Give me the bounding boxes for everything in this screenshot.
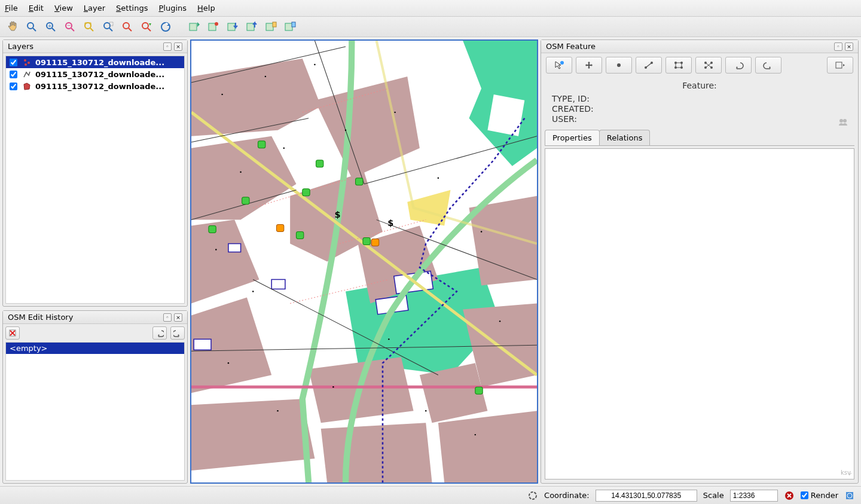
layer-visibility-checkbox[interactable] [10, 83, 17, 90]
svg-rect-43 [209, 226, 216, 233]
menu-plugins[interactable]: Plugins [158, 4, 187, 13]
menu-help[interactable]: Help [197, 4, 215, 13]
svg-point-28 [28, 62, 30, 64]
create-relation-icon[interactable] [695, 57, 722, 74]
osm-edit-history-panel: OSM Edit History ◦ × <empty> [2, 310, 188, 484]
layer-visibility-checkbox[interactable] [10, 71, 17, 78]
properties-table[interactable]: ksv [545, 148, 854, 479]
svg-point-70 [617, 63, 621, 67]
zoom-out-icon[interactable]: − [62, 19, 78, 35]
pan-tool-icon[interactable] [5, 19, 20, 35]
svg-rect-36 [271, 279, 285, 289]
zoom-last-icon[interactable] [139, 19, 154, 35]
create-polygon-icon[interactable] [665, 57, 692, 74]
render-toggle[interactable]: Render [801, 491, 838, 500]
osm-load-icon[interactable] [187, 19, 202, 35]
menu-file[interactable]: File [5, 4, 18, 13]
tab-properties[interactable]: Properties [545, 130, 600, 145]
layer-row[interactable]: 091115_130712_downloade... [6, 56, 184, 68]
create-point-icon[interactable] [606, 57, 632, 74]
svg-point-13 [123, 23, 129, 29]
layers-panel: Layers ◦ × 091115_130712_downloade... 09… [2, 39, 188, 307]
menu-view[interactable]: View [54, 4, 73, 13]
osm-import-icon[interactable] [263, 19, 279, 35]
undo-icon[interactable] [152, 326, 167, 340]
undo-feature-icon[interactable] [725, 57, 752, 74]
redo-icon[interactable] [170, 326, 185, 340]
svg-rect-40 [356, 178, 363, 185]
svg-rect-41 [303, 189, 310, 196]
menu-edit[interactable]: Edit [29, 4, 44, 13]
feature-user-label: USER: [552, 114, 847, 124]
zoom-in-icon[interactable]: + [43, 19, 59, 35]
osm-download-icon[interactable] [225, 19, 240, 35]
layers-panel-title: Layers ◦ × [3, 40, 187, 53]
coordinate-input[interactable] [596, 490, 697, 502]
clear-history-icon[interactable] [5, 326, 20, 340]
menu-settings[interactable]: Settings [116, 4, 148, 13]
svg-point-84 [839, 119, 843, 123]
menubar: File Edit View Layer Settings Plugins He… [0, 0, 861, 17]
close-icon[interactable]: × [174, 42, 182, 51]
identify-feature-icon[interactable] [546, 57, 572, 74]
svg-point-88 [529, 492, 536, 499]
osm-feature-panel: OSM Feature ◦ × Feature: TYPE, ID: [541, 39, 859, 484]
osm-save-icon[interactable] [282, 19, 298, 35]
layer-label: 091115_130712_downloade... [35, 82, 164, 91]
workspace: Layers ◦ × 091115_130712_downloade... 09… [0, 37, 861, 486]
render-checkbox[interactable] [801, 491, 808, 499]
svg-point-55 [240, 172, 241, 173]
osm-feature-manager-icon[interactable] [206, 19, 221, 35]
svg-line-73 [646, 63, 652, 68]
map-canvas[interactable]: $ $ [190, 39, 538, 484]
close-icon[interactable]: × [845, 42, 853, 51]
zoom-selection-icon[interactable] [100, 19, 116, 35]
svg-rect-37 [194, 339, 211, 350]
close-icon[interactable]: × [174, 313, 182, 322]
svg-rect-24 [273, 22, 276, 27]
layer-visibility-checkbox[interactable] [10, 59, 17, 66]
feature-settings-icon[interactable] [827, 57, 853, 74]
history-list[interactable]: <empty> [5, 342, 185, 481]
svg-rect-44 [296, 232, 303, 239]
point-layer-icon [22, 57, 32, 67]
layer-row[interactable]: 091115_130712_downloade... [6, 68, 184, 80]
collapse-icon[interactable]: ◦ [834, 42, 842, 51]
svg-point-29 [25, 63, 27, 66]
layers-list[interactable]: 091115_130712_downloade... 091115_130712… [5, 56, 185, 304]
svg-line-9 [90, 28, 93, 31]
refresh-icon[interactable] [158, 19, 173, 35]
resize-grip-icon: ksv [841, 468, 851, 476]
menu-layer[interactable]: Layer [84, 4, 105, 13]
redo-feature-icon[interactable] [755, 57, 781, 74]
collapse-icon[interactable]: ◦ [163, 42, 172, 51]
svg-point-58 [228, 362, 229, 364]
move-feature-icon[interactable] [576, 57, 602, 74]
svg-point-57 [252, 291, 254, 292]
osm-upload-icon[interactable] [244, 19, 259, 35]
layer-row[interactable]: 091115_130712_downloade... [6, 80, 184, 92]
feature-type-id-label: TYPE, ID: [552, 94, 847, 104]
line-layer-icon [22, 69, 32, 79]
svg-point-68 [475, 434, 476, 435]
svg-rect-23 [266, 23, 273, 30]
history-item[interactable]: <empty> [6, 343, 184, 354]
svg-point-67 [425, 410, 426, 411]
scale-input[interactable] [730, 490, 778, 502]
stop-render-icon[interactable] [784, 490, 795, 501]
svg-rect-39 [316, 160, 323, 167]
projection-icon[interactable] [844, 490, 855, 501]
svg-point-15 [142, 23, 148, 29]
zoom-full-icon[interactable] [81, 19, 97, 35]
svg-point-63 [499, 320, 500, 322]
svg-rect-38 [258, 141, 265, 148]
svg-line-16 [148, 28, 151, 31]
tab-relations[interactable]: Relations [599, 130, 651, 145]
collapse-icon[interactable]: ◦ [163, 313, 172, 322]
main-toolbar: + − [0, 17, 861, 37]
zoom-layer-icon[interactable] [120, 19, 135, 35]
create-line-icon[interactable] [636, 57, 662, 74]
zoom-tool-icon[interactable] [24, 19, 39, 35]
svg-point-56 [215, 249, 216, 250]
svg-text:$: $ [334, 210, 340, 219]
